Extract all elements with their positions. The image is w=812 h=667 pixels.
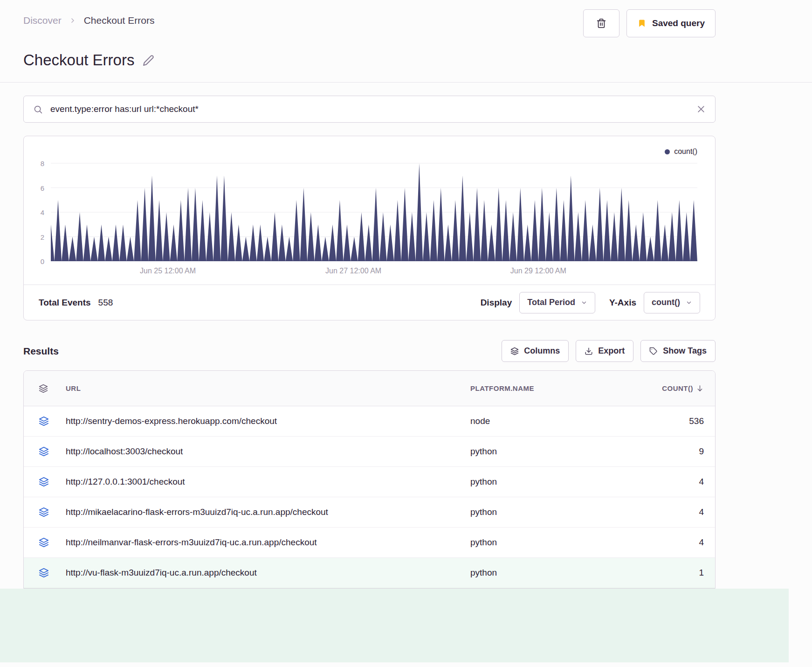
trash-icon	[596, 18, 606, 28]
header-divider	[0, 82, 812, 83]
search-bar	[23, 96, 716, 123]
table-row[interactable]: http://sentry-demos-express.herokuapp.co…	[24, 406, 715, 437]
bookmark-icon	[637, 19, 647, 28]
results-table-body: http://sentry-demos-express.herokuapp.co…	[24, 406, 715, 588]
table-row[interactable]: http://neilmanvar-flask-errors-m3uuizd7i…	[24, 528, 715, 558]
show-tags-button-label: Show Tags	[663, 346, 707, 356]
stack-icon	[35, 477, 66, 487]
stack-icon	[35, 507, 66, 517]
download-icon	[585, 347, 593, 355]
display-dropdown-value: Total Period	[527, 298, 575, 307]
legend-label: count()	[674, 147, 697, 156]
yaxis-dropdown-value: count()	[652, 298, 680, 307]
show-tags-button[interactable]: Show Tags	[640, 340, 716, 362]
result-url[interactable]: http://sentry-demos-express.herokuapp.co…	[66, 416, 470, 426]
results-heading: Results	[23, 346, 59, 357]
export-button[interactable]: Export	[576, 340, 633, 362]
columns-button-label: Columns	[524, 346, 560, 356]
table-row[interactable]: http://localhost:3003/checkout python 9	[24, 437, 715, 467]
yaxis-label: Y-Axis	[609, 298, 636, 308]
top-bar: Discover Checkout Errors Saved query	[23, 0, 716, 37]
search-icon	[33, 104, 43, 114]
saved-query-label: Saved query	[652, 18, 705, 28]
total-events-value: 558	[98, 298, 113, 308]
export-button-label: Export	[598, 346, 625, 356]
chevron-right-icon	[69, 17, 76, 24]
result-url[interactable]: http://neilmanvar-flask-errors-m3uuizd7i…	[66, 537, 470, 548]
display-label: Display	[481, 298, 512, 308]
stack-icon	[35, 384, 66, 393]
legend-dot	[665, 149, 670, 154]
chart-x-axis: Jun 25 12:00 AMJun 27 12:00 AMJun 29 12:…	[51, 261, 697, 280]
layers-icon	[510, 347, 519, 355]
breadcrumb-current: Checkout Errors	[84, 15, 155, 26]
result-platform: python	[470, 477, 606, 487]
display-dropdown[interactable]: Total Period	[519, 292, 595, 313]
chevron-down-icon	[686, 299, 692, 306]
result-count: 4	[606, 537, 704, 548]
result-url[interactable]: http://localhost:3003/checkout	[66, 446, 470, 457]
column-header-count[interactable]: COUNT()	[662, 384, 704, 392]
table-row[interactable]: http://127.0.0.1:3001/checkout python 4	[24, 467, 715, 497]
saved-query-button[interactable]: Saved query	[626, 9, 716, 37]
chart-y-axis: 02468	[24, 160, 51, 261]
delete-query-button[interactable]	[583, 9, 619, 37]
chart-footer: Total Events 558 Display Total Period Y-…	[24, 285, 715, 320]
search-input[interactable]	[50, 104, 689, 114]
x-axis-tick: Jun 25 12:00 AM	[140, 267, 196, 275]
result-platform: python	[470, 537, 606, 548]
stack-icon	[35, 416, 66, 426]
stack-icon	[35, 446, 66, 457]
result-count: 9	[606, 446, 704, 457]
clear-search-icon[interactable]	[696, 104, 706, 114]
events-chart-svg	[51, 160, 697, 261]
events-chart-panel: count() 02468 Jun 25 12:00 AMJun 27 12:0…	[23, 136, 716, 320]
result-platform: python	[470, 568, 606, 578]
sort-desc-icon	[696, 384, 704, 392]
table-row[interactable]: http://mikaelacarino-flask-errors-m3uuiz…	[24, 497, 715, 528]
y-axis-tick: 4	[41, 208, 44, 216]
result-url[interactable]: http://vu-flask-m3uuizd7iq-uc.a.run.app/…	[66, 568, 470, 578]
page-title: Checkout Errors	[23, 51, 134, 69]
y-axis-tick: 8	[41, 160, 44, 167]
stack-icon	[35, 537, 66, 548]
table-row[interactable]: http://vu-flask-m3uuizd7iq-uc.a.run.app/…	[24, 558, 715, 588]
result-count: 536	[606, 416, 704, 426]
result-count: 1	[606, 568, 704, 578]
breadcrumb-discover[interactable]: Discover	[23, 15, 62, 26]
column-header-url[interactable]: URL	[66, 384, 470, 392]
edit-title-icon[interactable]	[143, 55, 154, 66]
chevron-down-icon	[581, 299, 587, 306]
y-axis-tick: 6	[41, 184, 44, 192]
results-table: URL PLATFORM.NAME COUNT() http://sentry-…	[23, 370, 716, 589]
result-platform: python	[470, 446, 606, 457]
breadcrumb: Discover Checkout Errors	[23, 9, 154, 26]
column-header-platform[interactable]: PLATFORM.NAME	[470, 384, 606, 392]
stack-icon	[35, 568, 66, 578]
x-axis-tick: Jun 29 12:00 AM	[510, 267, 566, 275]
result-platform: python	[470, 507, 606, 517]
chart-area: 02468 Jun 25 12:00 AMJun 27 12:00 AMJun …	[24, 160, 715, 280]
x-axis-tick: Jun 27 12:00 AM	[325, 267, 381, 275]
tag-icon	[649, 347, 658, 355]
y-axis-tick: 2	[41, 233, 44, 241]
chart-legend[interactable]: count()	[24, 145, 715, 159]
result-platform: node	[470, 416, 606, 426]
yaxis-dropdown[interactable]: count()	[644, 292, 700, 313]
table-header-row: URL PLATFORM.NAME COUNT()	[24, 371, 715, 406]
result-count: 4	[606, 477, 704, 487]
result-count: 4	[606, 507, 704, 517]
bottom-highlight	[0, 589, 789, 662]
result-url[interactable]: http://mikaelacarino-flask-errors-m3uuiz…	[66, 507, 470, 517]
y-axis-tick: 0	[41, 257, 44, 265]
chart-plot	[51, 160, 697, 261]
columns-button[interactable]: Columns	[502, 340, 569, 362]
result-url[interactable]: http://127.0.0.1:3001/checkout	[66, 477, 470, 487]
total-events-label: Total Events	[39, 298, 91, 308]
